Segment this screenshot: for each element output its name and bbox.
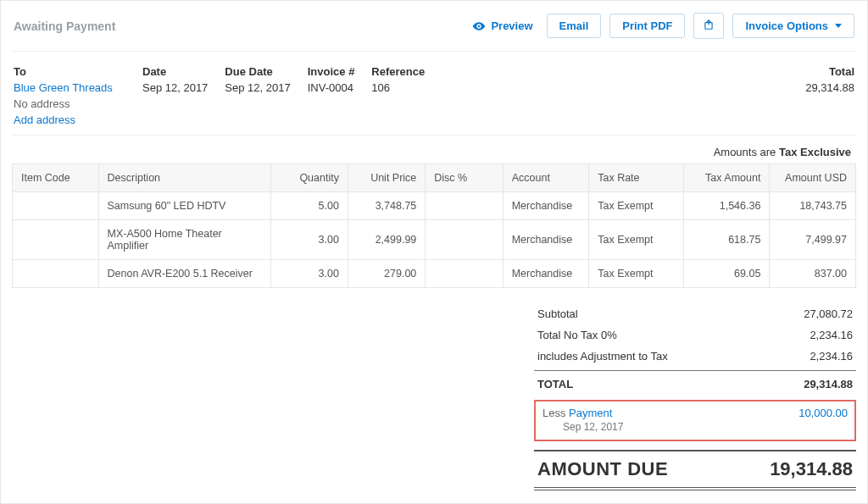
less-payment-amount[interactable]: 10,000.00 [798, 407, 848, 419]
col-amount: Amount USD [770, 164, 856, 192]
total-label: TOTAL [537, 378, 573, 390]
share-button[interactable] [693, 13, 724, 39]
col-item-code: Item Code [13, 164, 99, 192]
cell-item-code [13, 192, 99, 220]
email-button[interactable]: Email [547, 14, 602, 38]
cell-account: Merchandise [503, 220, 589, 260]
col-description: Description [98, 164, 270, 192]
amount-due-value: 19,314.88 [770, 458, 853, 480]
no-address-text: No address [14, 97, 125, 110]
cell-tax-amount: 69.05 [683, 260, 770, 288]
total-value: 29,314.88 [804, 378, 853, 390]
cell-unit-price: 279.00 [348, 260, 425, 288]
cell-tax-amount: 1,546.36 [683, 192, 770, 220]
status-badge: Awaiting Payment [14, 19, 115, 33]
amounts-note-prefix: Amounts are [714, 146, 779, 158]
label-to: To [14, 65, 125, 78]
cell-disc [426, 260, 503, 288]
header-actions: Preview Email Print PDF Invoice Options [467, 13, 854, 39]
no-tax-label: Total No Tax 0% [537, 329, 617, 341]
cell-item-code [13, 260, 99, 288]
subtotal-label: Subtotal [537, 307, 578, 320]
amounts-note-mode: Tax Exclusive [779, 146, 851, 158]
preview-button[interactable]: Preview [467, 19, 537, 33]
line-items-table: Item Code Description Quantity Unit Pric… [12, 163, 856, 288]
less-payment-box: Less Payment 10,000.00 Sep 12, 2017 [534, 400, 856, 441]
cell-quantity: 5.00 [270, 192, 348, 220]
cell-amount: 18,743.75 [770, 192, 856, 220]
add-address-link[interactable]: Add address [14, 114, 125, 126]
col-tax-amount: Tax Amount [683, 164, 770, 192]
cell-description: Denon AVR-E200 5.1 Receiver [98, 260, 270, 288]
adjustment-label: includes Adjustment to Tax [537, 350, 668, 363]
invoice-options-button[interactable]: Invoice Options [732, 14, 854, 38]
cell-disc [426, 220, 503, 260]
meta-left: To Blue Green Threads No address Add add… [14, 65, 425, 126]
chevron-down-icon [835, 24, 842, 28]
print-pdf-button[interactable]: Print PDF [609, 14, 685, 38]
cell-account: Merchandise [503, 260, 589, 288]
cell-tax-rate: Tax Exempt [589, 192, 684, 220]
totals-block: Subtotal 27,080.72 Total No Tax 0% 2,234… [12, 303, 856, 490]
label-invoice-no: Invoice # [308, 65, 355, 78]
value-total-top: 29,314.88 [805, 81, 854, 94]
col-disc: Disc % [426, 164, 503, 192]
eye-icon [472, 19, 486, 33]
amount-due-label: AMOUNT DUE [537, 458, 668, 480]
preview-label: Preview [491, 19, 532, 32]
cell-tax-rate: Tax Exempt [589, 220, 684, 260]
invoice-options-label: Invoice Options [745, 19, 828, 32]
adjustment-value: 2,234.16 [810, 350, 853, 363]
no-tax-value: 2,234.16 [810, 329, 853, 341]
cell-description: Samsung 60" LED HDTV [98, 192, 270, 220]
invoice-page: Awaiting Payment Preview Email Print PDF… [0, 0, 868, 504]
value-date: Sep 12, 2017 [142, 81, 208, 94]
amount-due-row: AMOUNT DUE 19,314.88 [534, 450, 856, 490]
cell-amount: 837.00 [770, 260, 856, 288]
label-total: Total [805, 65, 854, 78]
cell-quantity: 3.00 [270, 260, 348, 288]
subtotal-value: 27,080.72 [804, 307, 853, 320]
cell-unit-price: 2,499.99 [348, 220, 425, 260]
table-row: MX-A500 Home Theater Amplifier3.002,499.… [13, 220, 856, 260]
cell-quantity: 3.00 [270, 220, 348, 260]
col-quantity: Quantity [270, 164, 348, 192]
cell-unit-price: 3,748.75 [348, 192, 425, 220]
value-invoice-no: INV-0004 [308, 81, 355, 94]
less-prefix: Less [542, 407, 569, 419]
label-reference: Reference [371, 65, 425, 78]
cell-amount: 7,499.97 [770, 220, 856, 260]
table-row: Samsung 60" LED HDTV5.003,748.75Merchand… [13, 192, 856, 220]
value-reference: 106 [371, 81, 425, 94]
contact-link[interactable]: Blue Green Threads [14, 81, 125, 94]
cell-account: Merchandise [503, 192, 589, 220]
label-date: Date [142, 65, 208, 78]
cell-disc [426, 192, 503, 220]
cell-tax-rate: Tax Exempt [589, 260, 684, 288]
table-header-row: Item Code Description Quantity Unit Pric… [13, 164, 856, 192]
col-account: Account [503, 164, 589, 192]
invoice-meta: To Blue Green Threads No address Add add… [12, 52, 856, 136]
col-tax-rate: Tax Rate [589, 164, 684, 192]
payment-link[interactable]: Payment [569, 407, 612, 419]
label-due-date: Due Date [225, 65, 290, 78]
cell-item-code [13, 220, 99, 260]
value-due-date: Sep 12, 2017 [225, 81, 290, 94]
cell-tax-amount: 618.75 [683, 220, 770, 260]
page-header: Awaiting Payment Preview Email Print PDF… [12, 9, 856, 52]
less-payment-label: Less Payment [542, 407, 612, 419]
less-payment-date: Sep 12, 2017 [542, 421, 848, 433]
share-icon [703, 19, 715, 30]
cell-description: MX-A500 Home Theater Amplifier [98, 220, 270, 260]
table-row: Denon AVR-E200 5.1 Receiver3.00279.00Mer… [13, 260, 856, 288]
amounts-note: Amounts are Tax Exclusive [12, 136, 856, 163]
col-unit-price: Unit Price [348, 164, 425, 192]
